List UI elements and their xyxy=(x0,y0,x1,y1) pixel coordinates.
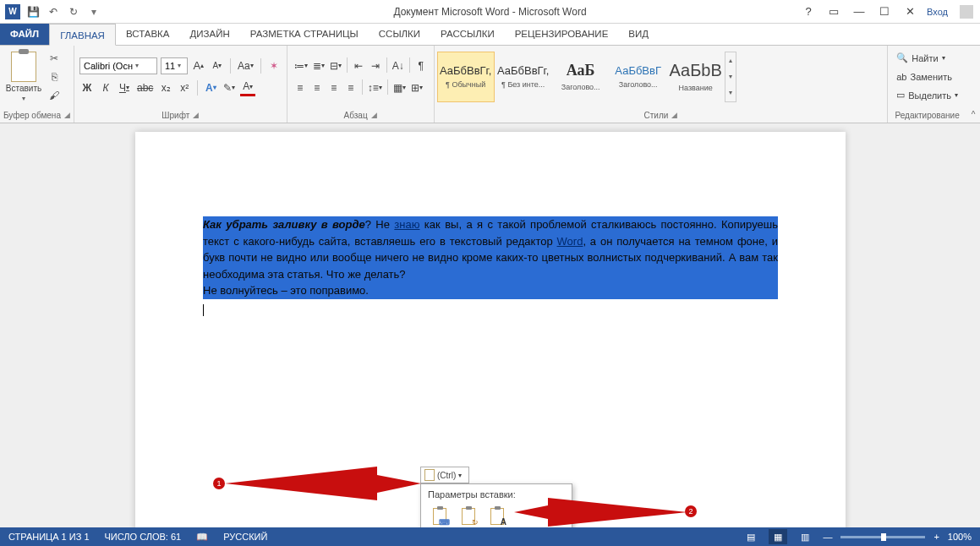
multilevel-icon[interactable]: ⊟▾ xyxy=(328,57,343,74)
zoom-out-icon[interactable]: — xyxy=(823,532,832,542)
styles-launcher-icon[interactable]: ◢ xyxy=(671,111,677,119)
line-spacing-icon[interactable]: ↕≡▾ xyxy=(366,79,384,96)
zoom-slider[interactable] xyxy=(840,536,925,538)
style-heading1[interactable]: АаБЗаголово... xyxy=(552,52,610,102)
style-normal[interactable]: АаБбВвГг,¶ Обычный xyxy=(437,52,495,102)
tab-review[interactable]: РЕЦЕНЗИРОВАНИЕ xyxy=(505,23,619,45)
sort-icon[interactable]: A↓ xyxy=(391,57,406,74)
tab-insert[interactable]: ВСТАВКА xyxy=(116,23,180,45)
group-styles: АаБбВвГг,¶ Обычный АаБбВвГг,¶ Без инте..… xyxy=(435,46,889,123)
window-title: Документ Microsoft Word - Microsoft Word xyxy=(393,6,586,18)
shading-icon[interactable]: ▦▾ xyxy=(391,79,408,96)
font-name-combo[interactable]: Calibri (Осн▾ xyxy=(79,57,157,74)
group-clipboard: Вставить ▾ ✂ ⎘ 🖌 Буфер обмена◢ xyxy=(0,46,74,123)
ribbon-tabs: ФАЙЛ ГЛАВНАЯ ВСТАВКА ДИЗАЙН РАЗМЕТКА СТР… xyxy=(0,24,980,46)
login-link[interactable]: Вход xyxy=(927,7,948,17)
numbering-icon[interactable]: ≣▾ xyxy=(311,57,326,74)
text-cursor xyxy=(203,304,204,316)
format-painter-icon[interactable]: 🖌 xyxy=(46,88,63,103)
change-case-icon[interactable]: Aa▾ xyxy=(236,57,255,74)
group-font: Calibri (Осн▾ 11▾ A▴ A▾ Aa▾ ✶ Ж К Ч▾ abc… xyxy=(74,46,287,123)
font-color-icon[interactable]: A▾ xyxy=(240,79,255,96)
maximize-icon[interactable]: ☐ xyxy=(876,3,893,20)
clipboard-launcher-icon[interactable]: ◢ xyxy=(64,111,70,119)
paste-button[interactable]: Вставить ▾ xyxy=(5,52,42,102)
zoom-in-icon[interactable]: + xyxy=(933,532,939,542)
align-right-icon[interactable]: ≡ xyxy=(326,79,342,96)
text-effects-icon[interactable]: A▾ xyxy=(203,79,218,96)
collapse-ribbon-icon[interactable]: ^ xyxy=(966,46,980,123)
style-title[interactable]: АаБbВНазвание xyxy=(667,52,725,102)
paste-options-button[interactable]: (Ctrl) ▾ xyxy=(420,467,469,483)
undo-icon[interactable]: ↶ xyxy=(46,4,61,19)
underline-button[interactable]: Ч▾ xyxy=(117,79,132,96)
highlight-icon[interactable]: ✎▾ xyxy=(222,79,237,96)
bold-button[interactable]: Ж xyxy=(79,79,95,96)
tab-references[interactable]: ССЫЛКИ xyxy=(369,23,430,45)
increase-indent-icon[interactable]: ⇥ xyxy=(368,57,383,74)
zoom-value[interactable]: 100% xyxy=(948,532,972,542)
style-no-spacing[interactable]: АаБбВвГг,¶ Без инте... xyxy=(495,52,552,102)
tab-layout[interactable]: РАЗМЕТКА СТРАНИЦЫ xyxy=(240,23,369,45)
shrink-font-icon[interactable]: A▾ xyxy=(210,57,225,74)
status-language[interactable]: РУССКИЙ xyxy=(223,532,267,542)
view-read-icon[interactable]: ▤ xyxy=(742,529,760,544)
paragraph-launcher-icon[interactable]: ◢ xyxy=(371,111,377,119)
select-button[interactable]: ▭Выделить▾ xyxy=(896,87,958,103)
paste-icon xyxy=(11,52,36,82)
svg-marker-1 xyxy=(514,498,687,527)
view-print-icon[interactable]: ▦ xyxy=(769,529,787,544)
avatar-icon[interactable] xyxy=(960,5,973,19)
align-center-icon[interactable]: ≡ xyxy=(309,79,325,96)
selected-text[interactable]: Как убрать заливку в ворде? Не знаю как … xyxy=(203,216,778,299)
close-icon[interactable]: ✕ xyxy=(901,3,918,20)
styles-scroll[interactable]: ▴▾▾ xyxy=(725,52,736,102)
replace-button[interactable]: abЗаменить xyxy=(896,68,958,85)
font-launcher-icon[interactable]: ◢ xyxy=(193,111,199,119)
justify-icon[interactable]: ≡ xyxy=(343,79,359,96)
borders-icon[interactable]: ⊞▾ xyxy=(409,79,424,96)
style-heading2[interactable]: АаБбВвГЗаголово... xyxy=(610,52,667,102)
doc-question: Как убрать заливку в ворде xyxy=(203,218,365,231)
bullets-icon[interactable]: ≔▾ xyxy=(293,57,309,74)
align-left-icon[interactable]: ≡ xyxy=(293,79,308,96)
paste-text-only[interactable]: A xyxy=(485,505,509,527)
tab-file[interactable]: ФАЙЛ xyxy=(0,23,49,45)
tab-view[interactable]: ВИД xyxy=(618,23,659,45)
paste-keep-source[interactable]: ⌨ xyxy=(428,505,452,527)
group-editing: 🔍Найти▾ abЗаменить ▭Выделить▾ Редактиров… xyxy=(888,46,966,123)
show-marks-icon[interactable]: ¶ xyxy=(413,57,429,74)
tab-home[interactable]: ГЛАВНАЯ xyxy=(49,24,116,46)
minimize-icon[interactable]: — xyxy=(851,3,868,20)
ribbon-display-icon[interactable]: ▭ xyxy=(825,3,842,20)
decrease-indent-icon[interactable]: ⇤ xyxy=(351,57,366,74)
group-font-label: Шрифт xyxy=(162,111,189,120)
group-styles-label: Стили xyxy=(644,111,669,120)
status-page[interactable]: СТРАНИЦА 1 ИЗ 1 xyxy=(8,532,90,542)
redo-icon[interactable]: ↻ xyxy=(66,4,81,19)
view-web-icon[interactable]: ▥ xyxy=(796,529,814,544)
superscript-button[interactable]: x² xyxy=(177,79,192,96)
tab-design[interactable]: ДИЗАЙН xyxy=(180,23,240,45)
status-words[interactable]: ЧИСЛО СЛОВ: 61 xyxy=(105,532,182,542)
help-icon[interactable]: ? xyxy=(800,3,817,20)
font-size-combo[interactable]: 11▾ xyxy=(161,57,188,74)
subscript-button[interactable]: x₂ xyxy=(158,79,173,96)
group-paragraph: ≔▾ ≣▾ ⊟▾ ⇤ ⇥ A↓ ¶ ≡ ≡ ≡ ≡ ↕≡ xyxy=(287,46,435,123)
tab-mailings[interactable]: РАССЫЛКИ xyxy=(430,23,505,45)
font-name-value: Calibri (Осн xyxy=(84,61,133,71)
qat-customize-icon[interactable]: ▾ xyxy=(86,4,101,19)
cut-icon[interactable]: ✂ xyxy=(46,51,63,66)
status-proofing-icon[interactable]: 📖 xyxy=(196,532,208,543)
italic-button[interactable]: К xyxy=(98,79,113,96)
quick-access-toolbar: W 💾 ↶ ↻ ▾ xyxy=(0,4,107,19)
strikethrough-button[interactable]: abc xyxy=(135,79,155,96)
paste-merge-format[interactable]: ↻ xyxy=(457,505,480,527)
paste-label: Вставить xyxy=(6,84,41,93)
find-button[interactable]: 🔍Найти▾ xyxy=(896,50,958,66)
doc-text-1: ? Не xyxy=(365,218,395,231)
clear-formatting-icon[interactable]: ✶ xyxy=(266,57,282,74)
save-icon[interactable]: 💾 xyxy=(25,4,41,19)
copy-icon[interactable]: ⎘ xyxy=(46,69,63,85)
grow-font-icon[interactable]: A▴ xyxy=(191,57,206,74)
